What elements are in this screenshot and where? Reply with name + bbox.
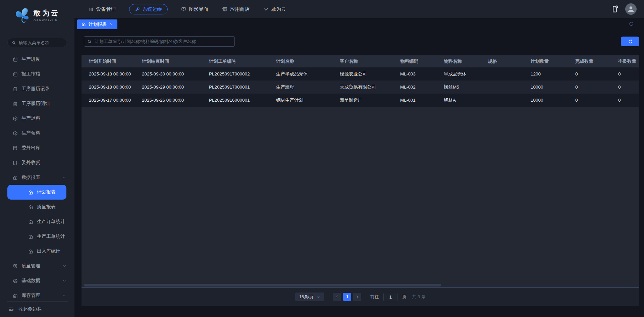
server-bars-icon: [89, 7, 94, 12]
sidebar-item-production-picking[interactable]: 生产领料: [0, 126, 74, 141]
column-header-8[interactable]: 规格: [488, 55, 531, 67]
topnav-items: 设备管理系统运维图形界面应用商店敢为云: [88, 4, 287, 14]
sidebar-item-label: 生产订单统计: [37, 219, 65, 225]
table-row[interactable]: 2025-09-18 00:00:002025-09-30 00:00:00PL…: [82, 67, 639, 81]
horizontal-scrollbar-thumb[interactable]: [84, 284, 441, 286]
table-cell: 2025-09-26 00:00:00: [142, 94, 209, 107]
column-header-3[interactable]: 计划工单编号: [209, 55, 276, 67]
user-avatar[interactable]: [625, 3, 637, 15]
table-row[interactable]: 2025-09-18 00:00:002025-09-29 00:00:00PL…: [82, 81, 639, 94]
page-number-button[interactable]: 1: [343, 293, 351, 301]
toolbar: [82, 36, 639, 47]
table-cell: ML-003: [400, 67, 444, 81]
sidebar-menu-search-input[interactable]: [19, 40, 63, 45]
pagination: 15条/页 1 前往 页 共 3 条: [82, 287, 639, 306]
sidebar-item-outsource-outbound[interactable]: 委外出库: [0, 141, 74, 155]
topnav-item-label: 图形界面: [189, 6, 208, 12]
report-icon: [28, 190, 33, 195]
table-cell: 钢材生产计划: [276, 94, 340, 107]
sidebar-item-plan-report[interactable]: 计划报表: [7, 185, 66, 200]
column-header-9[interactable]: 计划数量: [531, 55, 575, 67]
table-cell: ML-002: [400, 81, 444, 94]
sidebar-item-inout-warehouse-stats[interactable]: 出入库统计: [0, 244, 74, 259]
table-cell: 10000: [531, 81, 575, 94]
table-cell: ML-001: [400, 94, 444, 107]
column-header-11[interactable]: 不良数量: [618, 55, 639, 67]
sidebar-item-process-history-record[interactable]: 工序履历记录: [0, 82, 74, 96]
brand-name: 敢为云: [34, 8, 60, 18]
topnav-item-device-management[interactable]: 设备管理: [88, 4, 116, 14]
chevron-up-icon: [62, 175, 66, 179]
chevron-left-icon: [335, 295, 339, 299]
chevron-down-icon: [62, 279, 66, 283]
sidebar-item-label: 报工审核: [21, 71, 40, 77]
sidebar-item-production-return[interactable]: 生产退料: [0, 111, 74, 126]
sidebar-item-basic-data[interactable]: 基础数据: [0, 273, 74, 288]
wrench-icon: [135, 7, 140, 12]
tab-label: 计划报表: [89, 21, 107, 28]
table-cell: [488, 81, 531, 94]
prev-page-button[interactable]: [333, 293, 341, 301]
sidebar-item-data-reports[interactable]: 数据报表: [0, 170, 74, 185]
goto-page-input[interactable]: [383, 293, 397, 301]
brand-subtitle: GANWEIYUN: [34, 19, 60, 22]
brand: 敢为云 GANWEIYUN: [0, 0, 74, 30]
column-header-4[interactable]: 计划名称: [276, 55, 340, 67]
sync-icon: [628, 39, 633, 44]
column-header-1[interactable]: 计划开始时间: [82, 55, 142, 67]
sidebar-menu-search[interactable]: [7, 38, 67, 47]
sidebar-item-production-workorder-stats[interactable]: 生产工单统计: [0, 229, 74, 244]
next-page-button[interactable]: [353, 293, 361, 301]
collapse-sidebar-icon: [9, 307, 14, 312]
top-navigation: 设备管理系统运维图形界面应用商店敢为云: [74, 0, 644, 18]
column-header-7[interactable]: 物料名称: [444, 55, 488, 67]
sidebar-item-work-report-audit[interactable]: 报工审核: [0, 67, 74, 82]
table-cell: 1200: [531, 67, 575, 81]
sidebar-item-label: 质量报表: [37, 204, 56, 210]
sidebar-item-outsource-receiving[interactable]: 委外收货: [0, 155, 74, 170]
topnav-item-system-ops[interactable]: 系统运维: [129, 4, 168, 14]
horizontal-scrollbar[interactable]: [82, 283, 639, 287]
table-cell: 10000: [531, 94, 575, 107]
caret-down-icon: [317, 295, 320, 299]
sidebar-item-production-order-stats[interactable]: 生产订单统计: [0, 214, 74, 229]
tab-plan-report[interactable]: 计划报表: [77, 19, 117, 29]
collapse-sidebar-button[interactable]: 收起侧边栏: [0, 302, 74, 317]
topnav-item-app-store[interactable]: 应用商店: [222, 4, 250, 14]
column-header-5[interactable]: 客户名称: [340, 55, 400, 67]
clipboard-icon: [13, 101, 18, 106]
sidebar-item-label: 生产进度: [21, 56, 40, 62]
clipboard-icon: [13, 87, 18, 92]
search-icon: [87, 39, 92, 44]
table-row[interactable]: 2025-09-17 00:00:002025-09-26 00:00:00PL…: [82, 94, 639, 107]
report-icon: [28, 249, 33, 254]
table-body: 2025-09-18 00:00:002025-09-30 00:00:00PL…: [82, 67, 639, 107]
cube-icon: [13, 116, 18, 121]
column-header-2[interactable]: 计划结束时间: [142, 55, 209, 67]
toolbar-search: [84, 36, 235, 47]
plan-search-input[interactable]: [84, 36, 235, 47]
query-refresh-button[interactable]: [621, 37, 639, 46]
report-card: 计划开始时间计划结束时间计划工单编号计划名称客户名称物料编码物料名称规格计划数量…: [82, 55, 639, 306]
sidebar-item-production-progress[interactable]: 生产进度: [0, 52, 74, 67]
sidebar-item-inventory-management[interactable]: 库存管理: [0, 288, 74, 301]
column-header-6[interactable]: 物料编码: [400, 55, 444, 67]
column-header-10[interactable]: 完成数量: [575, 55, 618, 67]
chevron-down-icon: [62, 264, 66, 268]
table-cell: 0: [618, 81, 639, 94]
topnav-right: [611, 3, 639, 15]
table-cell: 0: [575, 67, 618, 81]
topnav-item-graphic-interface[interactable]: 图形界面: [180, 4, 209, 14]
chevron-down-icon: [62, 294, 66, 298]
page-size-select[interactable]: 15条/页: [295, 293, 324, 301]
butterfly-logo-icon: [14, 7, 31, 23]
close-icon[interactable]: [109, 22, 113, 26]
sidebar-item-process-history-detail[interactable]: 工序履历明细: [0, 96, 74, 111]
sidebar-item-quality-management[interactable]: 质量管理: [0, 259, 74, 273]
sidebar-item-quality-report[interactable]: 质量报表: [0, 200, 74, 214]
topnav-item-ganweiyun[interactable]: 敢为云: [263, 4, 287, 14]
table-cell: 半成品壳体: [444, 67, 488, 81]
table-cell: PL20250917000001: [209, 81, 276, 94]
phone-icon[interactable]: [611, 5, 619, 13]
refresh-icon[interactable]: [629, 21, 634, 27]
